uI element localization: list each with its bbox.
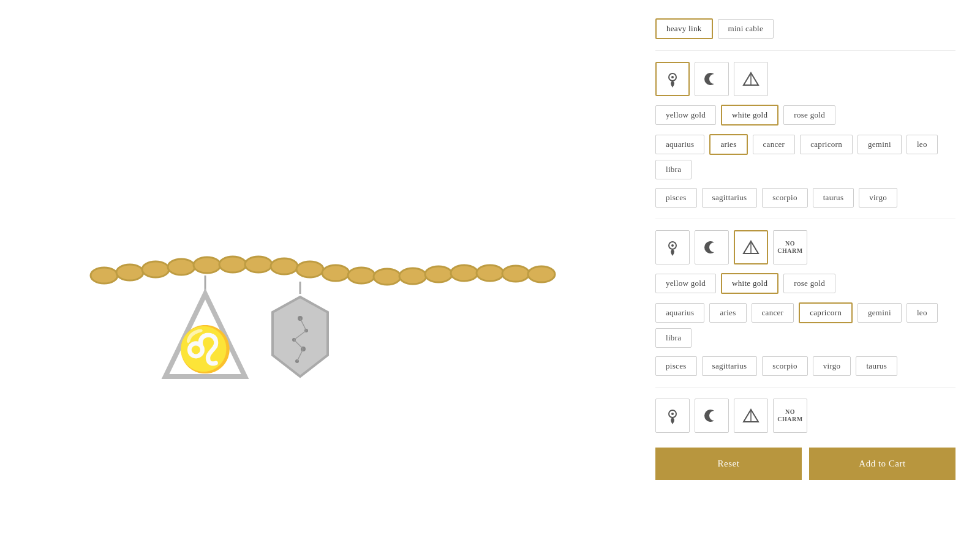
svg-point-9 [322,265,349,281]
charm1-aries[interactable]: aries [709,134,747,155]
svg-point-14 [451,265,478,281]
svg-point-3 [168,259,195,275]
svg-point-6 [245,257,272,272]
svg-point-0 [91,268,118,283]
charm1-leo[interactable]: leo [907,135,938,154]
charm1-white-gold[interactable]: white gold [721,105,778,126]
svg-point-12 [399,268,426,284]
charm2-taurus[interactable]: taurus [856,356,897,376]
charm1-gemini[interactable]: gemini [858,135,902,154]
charm2-zodiac-row2: pisces sagittarius scorpio virgo taurus [655,356,956,376]
charm1-scorpio[interactable]: scorpio [762,188,807,208]
charm1-moon-icon[interactable] [695,62,729,96]
charm2-capricorn[interactable]: capricorn [799,302,853,323]
charm2-triangle-icon[interactable] [734,230,768,264]
svg-point-17 [528,266,555,282]
charm3-triangle-icon[interactable] [734,399,768,433]
charm1-cancer[interactable]: cancer [753,135,796,154]
charm2-scorpio[interactable]: scorpio [762,356,807,376]
charm2-metal-row: yellow gold white gold rose gold [655,273,956,294]
charm1-taurus[interactable]: taurus [813,188,854,208]
charm2-sagittarius[interactable]: sagittarius [702,356,758,376]
action-buttons: Reset Add to Cart [655,448,956,480]
charm2-icon-row: NOCHARM [655,230,956,264]
charm3-icon-row: NOCHARM [655,399,956,433]
charm2-moon-icon[interactable] [695,230,729,264]
charm2-white-gold[interactable]: white gold [721,273,778,294]
charm1-yellow-gold[interactable]: yellow gold [655,105,716,125]
charm1-zodiac-row2: pisces sagittarius scorpio taurus virgo [655,188,956,208]
add-to-cart-button[interactable]: Add to Cart [809,448,956,480]
svg-point-10 [348,268,375,283]
svg-point-11 [374,269,401,285]
charm2-leo[interactable]: leo [907,303,938,323]
options-panel: heavy link mini cable yellow gold whit [637,0,980,551]
charm2-virgo[interactable]: virgo [813,356,851,376]
svg-point-4 [194,257,221,273]
charm2-rose-gold[interactable]: rose gold [783,274,835,293]
charm2-libra[interactable]: libra [655,328,692,348]
svg-point-5 [219,257,246,272]
charm2-pisces[interactable]: pisces [655,356,697,376]
charm1-triangle-icon[interactable] [734,62,768,96]
charm1-rose-gold[interactable]: rose gold [783,105,835,125]
charm1-aquarius[interactable]: aquarius [655,135,704,154]
charm1-metal-row: yellow gold white gold rose gold [655,105,956,126]
svg-point-40 [671,413,674,415]
charm1-icon-row [655,62,956,96]
svg-point-8 [296,261,323,277]
svg-point-13 [425,266,452,282]
charm2-gemini[interactable]: gemini [858,303,902,323]
chain-heavy-link[interactable]: heavy link [655,18,713,39]
charm2-no-charm[interactable]: NOCHARM [773,230,807,264]
charm3-moon-icon[interactable] [695,399,729,433]
charm2-aries[interactable]: aries [709,303,746,323]
charm1-pisces[interactable]: pisces [655,188,697,208]
charm1-virgo[interactable]: virgo [859,188,897,208]
charm1-capricorn[interactable]: capricorn [800,135,853,154]
charm2-cancer[interactable]: cancer [752,303,794,323]
charm1-sagittarius[interactable]: sagittarius [702,188,758,208]
chain-style-row: heavy link mini cable [655,18,956,39]
svg-point-7 [271,258,298,274]
svg-point-36 [671,244,674,247]
charm2-location-icon[interactable] [655,230,690,264]
svg-text:♌: ♌ [178,323,233,375]
charm1-libra[interactable]: libra [655,160,692,179]
svg-point-16 [502,266,529,282]
chain-mini-cable[interactable]: mini cable [718,19,774,39]
svg-point-32 [671,76,674,78]
product-image-panel: ♌ [0,0,637,551]
charm2-aquarius[interactable]: aquarius [655,303,704,323]
reset-button[interactable]: Reset [655,448,802,480]
svg-point-15 [477,265,503,281]
charm3-location-icon[interactable] [655,399,690,433]
charm2-yellow-gold[interactable]: yellow gold [655,274,716,293]
charm2-zodiac-row1: aquarius aries cancer capricorn gemini l… [655,302,956,348]
svg-point-2 [142,261,169,277]
charm3-no-charm[interactable]: NOCHARM [773,399,807,433]
charm1-zodiac-row1: aquarius aries cancer capricorn gemini l… [655,134,956,179]
charm1-location-icon[interactable] [655,62,690,96]
svg-point-1 [116,264,143,280]
